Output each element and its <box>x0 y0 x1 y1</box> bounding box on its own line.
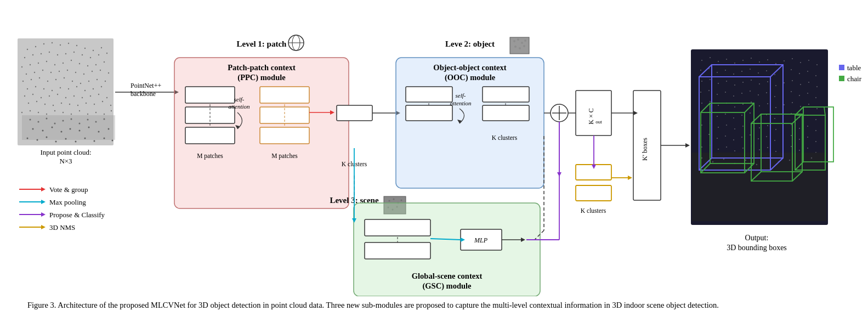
svg-point-298 <box>791 135 792 136</box>
svg-point-362 <box>524 39 526 42</box>
svg-point-48 <box>55 79 56 80</box>
svg-point-230 <box>725 92 726 93</box>
svg-point-195 <box>808 60 809 61</box>
svg-point-120 <box>37 139 38 141</box>
svg-point-15 <box>57 54 58 55</box>
svg-point-66 <box>32 94 33 95</box>
svg-point-205 <box>766 70 767 71</box>
svg-point-128 <box>112 140 114 142</box>
svg-marker-134 <box>41 212 46 217</box>
svg-point-285 <box>807 126 808 127</box>
svg-point-228 <box>708 90 710 91</box>
svg-point-12 <box>32 54 33 55</box>
backbone-label2: backbone <box>131 90 156 98</box>
svg-point-223 <box>792 80 793 81</box>
svg-rect-156 <box>406 105 452 121</box>
svg-point-103 <box>54 123 56 125</box>
svg-point-94 <box>79 110 80 111</box>
svg-point-215 <box>726 81 727 82</box>
svg-point-3 <box>43 43 44 44</box>
svg-point-121 <box>46 137 48 138</box>
svg-point-250 <box>767 103 768 104</box>
svg-rect-353 <box>839 65 844 70</box>
self-attn-ppc: self- <box>234 96 245 103</box>
svg-point-43 <box>108 72 109 74</box>
svg-point-192 <box>784 60 785 61</box>
svg-point-85 <box>102 101 103 102</box>
svg-point-87 <box>21 112 22 113</box>
svg-point-63 <box>93 88 94 89</box>
svg-point-53 <box>97 79 98 80</box>
svg-point-202 <box>741 71 742 72</box>
svg-point-46 <box>39 77 40 78</box>
svg-point-322 <box>745 160 746 161</box>
svg-point-212 <box>701 81 702 82</box>
svg-point-49 <box>64 77 65 78</box>
mlp-label: MLP <box>474 236 488 244</box>
legend-propose-classify: Propose & Classify <box>49 211 105 219</box>
svg-point-114 <box>70 128 71 130</box>
svg-point-104 <box>63 120 64 122</box>
figure-caption: Figure 3. Architecture of the proposed M… <box>11 296 857 312</box>
svg-point-96 <box>95 112 97 113</box>
svg-point-206 <box>774 74 775 75</box>
svg-point-188 <box>751 58 752 59</box>
svg-point-73 <box>90 95 91 97</box>
svg-point-255 <box>808 104 809 105</box>
svg-point-44 <box>22 81 24 82</box>
svg-point-221 <box>775 85 776 86</box>
svg-point-246 <box>734 106 735 108</box>
svg-point-261 <box>733 117 734 118</box>
svg-rect-158 <box>483 87 529 102</box>
svg-point-295 <box>766 136 767 137</box>
k-cout-label: K × C <box>587 108 595 124</box>
svg-point-286 <box>815 130 816 131</box>
chair-legend-label: chair <box>847 75 862 83</box>
svg-point-86 <box>110 105 111 106</box>
svg-point-6 <box>68 43 69 44</box>
self-attn-ppc2: attention <box>228 103 250 110</box>
svg-point-13 <box>41 53 42 54</box>
svg-point-227 <box>700 92 701 93</box>
svg-point-123 <box>65 138 67 140</box>
svg-point-127 <box>104 138 105 139</box>
svg-point-78 <box>44 104 46 105</box>
svg-point-289 <box>717 138 718 139</box>
svg-point-299 <box>799 139 800 140</box>
level1-label: Level 1: patch <box>237 39 287 48</box>
self-attn-ooc2: attention <box>450 100 472 106</box>
svg-point-64 <box>101 86 102 87</box>
svg-point-117 <box>98 131 100 133</box>
ppc-title1: Patch-patch context <box>228 63 296 72</box>
svg-point-240 <box>807 93 808 94</box>
svg-point-50 <box>72 81 73 82</box>
svg-point-61 <box>76 86 77 87</box>
svg-point-72 <box>82 97 83 98</box>
svg-point-80 <box>61 103 62 104</box>
input-dims: N×3 <box>59 157 72 165</box>
level2-label: Leve 2: object <box>445 39 495 48</box>
svg-rect-354 <box>839 76 844 81</box>
svg-point-185 <box>726 59 727 60</box>
svg-point-45 <box>31 79 32 80</box>
svg-point-313 <box>791 146 792 147</box>
svg-point-57 <box>43 88 44 89</box>
svg-point-60 <box>68 88 69 89</box>
svg-point-210 <box>807 71 808 72</box>
svg-marker-175 <box>628 176 632 180</box>
svg-point-65 <box>24 95 25 97</box>
svg-rect-99 <box>22 115 115 140</box>
backbone-label1: PointNet++ <box>131 82 161 89</box>
svg-point-182 <box>701 60 702 61</box>
svg-point-191 <box>775 63 776 64</box>
svg-point-32 <box>104 61 105 63</box>
output-label: Output: <box>745 234 769 242</box>
svg-point-9 <box>93 50 94 51</box>
svg-point-108 <box>95 121 97 123</box>
svg-point-217 <box>742 82 744 83</box>
svg-point-18 <box>82 54 83 55</box>
svg-rect-142 <box>185 127 235 144</box>
legend-3d-nms: 3D NMS <box>49 223 75 232</box>
svg-point-254 <box>800 106 801 107</box>
svg-rect-151 <box>337 105 372 121</box>
